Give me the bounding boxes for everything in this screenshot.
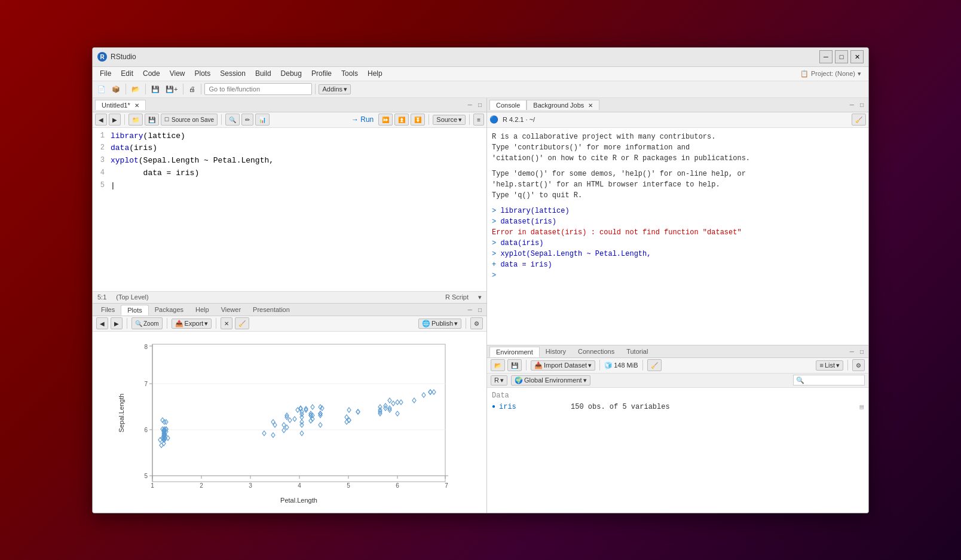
tab-environment[interactable]: Environment — [489, 347, 540, 357]
run-all-button[interactable]: ⏩ — [378, 114, 393, 126]
prev-plot-button[interactable]: ◀ — [96, 317, 108, 329]
close-bg-tab-icon[interactable]: ✕ — [588, 102, 593, 109]
menu-edit[interactable]: Edit — [116, 68, 138, 79]
ed-sep1 — [124, 114, 125, 125]
console-cmd-dataset: > dataset(iris) — [492, 216, 864, 227]
tab-packages[interactable]: Packages — [149, 305, 189, 316]
viewer-panel-controls: ─ □ — [466, 305, 484, 316]
new-project-button[interactable]: 📦 — [109, 82, 123, 96]
env-toolbar: 📂 💾 📥 Import Dataset ▾ 🧊 148 MiB 🧹 — [487, 358, 868, 374]
console-panel: Console Background Jobs ✕ ─ □ 🔵 R 4.2.1 … — [487, 98, 868, 345]
variable-expand-icon[interactable]: ▤ — [859, 403, 864, 411]
console-output[interactable]: R is a collaborative project with many c… — [487, 128, 868, 345]
show-in-folder-button[interactable]: 📁 — [128, 114, 143, 126]
tab-presentation[interactable]: Presentation — [247, 305, 296, 316]
go-to-file-input[interactable] — [204, 83, 312, 95]
collapse-viewer-icon[interactable]: ─ — [466, 306, 475, 314]
maximize-button[interactable]: □ — [835, 50, 848, 63]
back-button[interactable]: ◀ — [95, 114, 107, 126]
tab-viewer[interactable]: Viewer — [215, 305, 247, 316]
menu-tools[interactable]: Tools — [336, 68, 363, 79]
expand-console-icon[interactable]: □ — [858, 101, 866, 109]
print-button[interactable]: 🖨 — [186, 82, 198, 96]
collapse-env-icon[interactable]: ─ — [847, 348, 856, 356]
find-button[interactable]: 🔍 — [225, 114, 240, 126]
menu-file[interactable]: File — [95, 68, 116, 79]
env-search-input[interactable] — [793, 375, 865, 385]
expand-editor-icon[interactable]: □ — [476, 101, 484, 109]
console-cmd-xyplot2: + data = iris) — [492, 259, 864, 270]
clear-env-button[interactable]: 🧹 — [647, 359, 662, 371]
save-source-button[interactable]: 💾 — [145, 114, 159, 126]
source-dropdown[interactable]: Source ▾ — [433, 115, 466, 125]
close-tab-icon[interactable]: ✕ — [134, 102, 139, 109]
delete-plot-button[interactable]: ✕ — [221, 317, 232, 329]
save-workspace-button[interactable]: 💾 — [507, 359, 522, 371]
tab-tutorial[interactable]: Tutorial — [620, 347, 654, 357]
r-scope-button[interactable]: R ▾ — [491, 375, 507, 385]
save-all-button[interactable]: 💾+ — [163, 82, 180, 96]
sep5 — [315, 84, 316, 94]
menu-debug[interactable]: Debug — [276, 68, 307, 79]
tab-files[interactable]: Files — [95, 305, 121, 316]
run-prev-button[interactable]: ⏫ — [394, 114, 409, 126]
addins-button[interactable]: Addins ▾ — [319, 84, 351, 94]
tab-plots[interactable]: Plots — [121, 305, 148, 316]
titlebar: R RStudio ─ □ ✕ — [93, 48, 868, 67]
clear-plots-button[interactable]: 🧹 — [235, 317, 249, 329]
save-button[interactable]: 💾 — [149, 82, 162, 96]
clear-console-button[interactable]: 🧹 — [852, 114, 866, 126]
memory-usage: 🧊 148 MiB — [604, 362, 638, 369]
close-button[interactable]: ✕ — [850, 50, 864, 63]
run-button[interactable]: → Run — [348, 115, 377, 124]
console-line-2: Type 'contributors()' for more informati… — [492, 142, 864, 153]
next-plot-button[interactable]: ▶ — [111, 317, 123, 329]
variable-name: iris — [499, 403, 571, 411]
collapse-editor-icon[interactable]: ─ — [466, 101, 475, 109]
menu-session[interactable]: Session — [215, 68, 250, 79]
scatter-plot: Sepal.Length Petal.Length 5 6 — [117, 338, 463, 506]
export-button[interactable]: 📤 Export ▾ — [172, 319, 212, 329]
code-level: (Top Level) — [116, 293, 148, 301]
viewer-options-button[interactable]: ⚙ — [470, 317, 483, 329]
tab-connections[interactable]: Connections — [572, 347, 620, 357]
env-options-button[interactable]: ⚙ — [852, 359, 865, 371]
new-file-button[interactable]: 📄 — [95, 82, 108, 96]
import-dataset-button[interactable]: 📥 Import Dataset ▾ — [531, 360, 595, 371]
svg-text:6: 6 — [144, 427, 148, 433]
project-selector[interactable]: 📋 Project: (None) ▾ — [795, 70, 866, 78]
tab-help[interactable]: Help — [189, 305, 215, 316]
minimize-button[interactable]: ─ — [819, 50, 833, 63]
menu-code[interactable]: Code — [138, 68, 165, 79]
editor-panel: Untitled1* ✕ ─ □ ◀ ▶ 📁 💾 ☐ — [93, 98, 486, 304]
tab-console[interactable]: Console — [489, 100, 527, 110]
expand-env-icon[interactable]: □ — [858, 348, 866, 356]
editor-panel-controls: ─ □ — [466, 101, 484, 109]
console-line-5: 'help.start()' for an HTML browser inter… — [492, 179, 864, 190]
open-file-button[interactable]: 📂 — [129, 82, 142, 96]
run-next-button[interactable]: ⏬ — [411, 114, 425, 126]
expand-viewer-icon[interactable]: □ — [476, 306, 484, 314]
code-tools-button[interactable]: ✏ — [241, 114, 253, 126]
source-on-save-checkbox[interactable]: ☐ Source on Save — [161, 114, 218, 126]
menu-build[interactable]: Build — [250, 68, 276, 79]
more-options-button[interactable]: ≡ — [473, 114, 484, 126]
menu-profile[interactable]: Profile — [307, 68, 336, 79]
menu-plots[interactable]: Plots — [190, 68, 216, 79]
zoom-button[interactable]: 🔍 Zoom — [131, 317, 163, 329]
global-env-button[interactable]: 🌍 Global Environment ▾ — [511, 375, 590, 385]
code-line-5: 5 | — [93, 180, 486, 192]
forward-button[interactable]: ▶ — [109, 114, 121, 126]
tab-history[interactable]: History — [540, 347, 572, 357]
env-variable-iris[interactable]: ● iris 150 obs. of 5 variables ▤ — [487, 401, 868, 413]
menu-help[interactable]: Help — [363, 68, 387, 79]
collapse-console-icon[interactable]: ─ — [847, 101, 856, 109]
publish-button[interactable]: 🌐 Publish ▾ — [418, 319, 461, 329]
list-view-button[interactable]: ≡ List ▾ — [816, 360, 843, 371]
tab-background-jobs[interactable]: Background Jobs ✕ — [527, 100, 599, 110]
editor-tab-untitled1[interactable]: Untitled1* ✕ — [95, 100, 146, 110]
menu-view[interactable]: View — [165, 68, 190, 79]
compile-report-button[interactable]: 📊 — [255, 114, 270, 126]
load-workspace-button[interactable]: 📂 — [491, 359, 505, 371]
code-editor[interactable]: 1 library(lattice) 2 data(iris) 3 xyplot… — [93, 128, 486, 291]
